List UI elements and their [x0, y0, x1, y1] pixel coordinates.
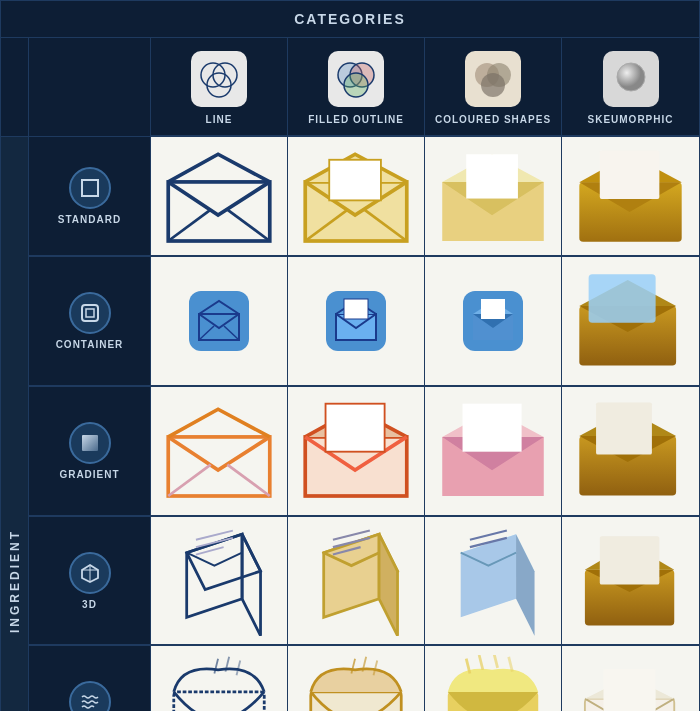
cell-container-line [151, 257, 288, 386]
corner-spacer-1 [1, 38, 29, 136]
svg-marker-57 [324, 534, 379, 617]
3d-icon [69, 552, 111, 594]
skeumorphic-icon-svg [603, 51, 659, 107]
gradient-icon [69, 422, 111, 464]
row-header-gradient: GRADIENT [29, 387, 151, 516]
svg-rect-44 [463, 404, 522, 452]
svg-line-71 [237, 660, 241, 675]
svg-line-39 [168, 465, 210, 496]
cell-container-filled-outline [288, 257, 425, 386]
cell-3d-filled-outline [288, 517, 425, 646]
container-icon [69, 292, 111, 334]
row-container: CONTAINER [29, 257, 699, 387]
svg-rect-32 [344, 299, 368, 319]
svg-rect-68 [600, 536, 660, 584]
svg-rect-80 [604, 669, 656, 711]
svg-line-69 [214, 659, 218, 674]
svg-rect-26 [82, 305, 98, 321]
cell-3d-skeumorphic [562, 517, 699, 646]
svg-marker-63 [461, 534, 516, 617]
svg-line-77 [494, 655, 498, 668]
cell-standard-skeumorphic [562, 137, 699, 256]
cell-gradient-skeumorphic [562, 387, 699, 516]
row-3d: 3D [29, 517, 699, 647]
svg-rect-21 [329, 160, 381, 201]
col-header-coloured-shapes: COLOURED SHAPES [425, 38, 562, 136]
row-standard: STANDARD [29, 137, 699, 257]
col-header-filled-outline: FILLED OUTLINE [288, 38, 425, 136]
cell-hand-drawn-coloured-shapes [425, 646, 562, 711]
svg-rect-25 [600, 151, 660, 199]
skeumorphic-col-icon [600, 48, 662, 110]
header-row: LINE FILLED OUTLINE [1, 38, 699, 137]
svg-rect-36 [589, 275, 656, 323]
row-hand-drawn: HAND-DRAWN [29, 646, 699, 711]
line-icon-svg [191, 51, 247, 107]
svg-point-13 [617, 63, 645, 91]
svg-rect-34 [481, 299, 505, 319]
cell-container-skeumorphic [562, 257, 699, 386]
rows-container: STANDARD [29, 137, 699, 711]
col-header-skeumorphic: SKEUMORPHIC [562, 38, 699, 136]
corner-spacer-2 [29, 38, 151, 136]
cell-standard-line [151, 137, 288, 256]
svg-rect-0 [191, 51, 247, 107]
svg-marker-51 [187, 534, 242, 617]
cell-gradient-line [151, 387, 288, 516]
categories-header: CATEGORIES [1, 1, 699, 38]
row-gradient: GRADIENT [29, 387, 699, 517]
cell-standard-filled-outline [288, 137, 425, 256]
svg-rect-46 [596, 403, 652, 455]
svg-point-7 [344, 73, 368, 97]
line-col-icon [188, 48, 250, 110]
cell-standard-coloured-shapes [425, 137, 562, 256]
main-table: CATEGORIES LINE [0, 0, 700, 711]
row-header-3d: 3D [29, 517, 151, 646]
svg-rect-42 [326, 404, 385, 452]
hand-drawn-icon [69, 681, 111, 711]
standard-icon [69, 167, 111, 209]
svg-line-17 [227, 210, 269, 241]
cell-gradient-filled-outline [288, 387, 425, 516]
coloured-shapes-icon-svg [465, 51, 521, 107]
cell-gradient-coloured-shapes [425, 387, 562, 516]
svg-rect-14 [82, 180, 98, 196]
svg-marker-52 [242, 534, 260, 636]
svg-rect-27 [86, 309, 94, 317]
svg-rect-37 [82, 435, 98, 451]
svg-line-16 [168, 210, 210, 241]
col-header-line: LINE [151, 38, 288, 136]
filled-outline-icon-svg [328, 51, 384, 107]
row-header-standard: STANDARD [29, 137, 151, 256]
svg-line-30 [224, 326, 239, 340]
cell-container-coloured-shapes [425, 257, 562, 386]
cell-hand-drawn-filled-outline [288, 646, 425, 711]
svg-line-40 [227, 465, 269, 496]
cell-hand-drawn-skeumorphic [562, 646, 699, 711]
filled-outline-col-icon [325, 48, 387, 110]
svg-rect-23 [466, 155, 518, 199]
cell-3d-line [151, 517, 288, 646]
data-section: INGREDIENT STANDARD [1, 137, 699, 711]
svg-marker-58 [379, 534, 397, 636]
row-header-container: CONTAINER [29, 257, 151, 386]
row-header-hand-drawn: HAND-DRAWN [29, 646, 151, 711]
cell-3d-coloured-shapes [425, 517, 562, 646]
cell-hand-drawn-line [151, 646, 288, 711]
svg-marker-64 [516, 534, 534, 636]
ingredient-label-col: INGREDIENT [1, 137, 29, 711]
svg-point-11 [481, 73, 505, 97]
coloured-shapes-col-icon [462, 48, 524, 110]
svg-line-29 [199, 326, 214, 340]
svg-line-76 [479, 655, 483, 670]
